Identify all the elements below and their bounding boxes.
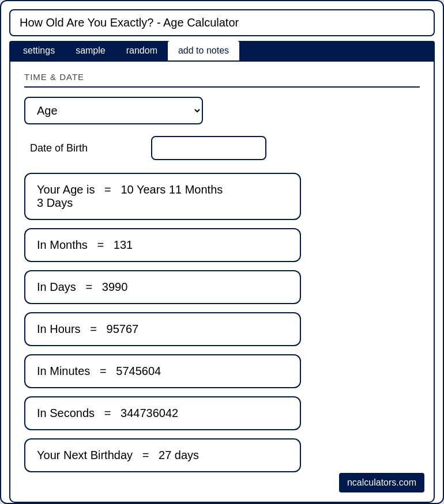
result-minutes: In Minutes = 5745604 <box>24 354 301 388</box>
dob-row: Date of Birth <box>24 136 420 160</box>
dob-input[interactable] <box>151 136 266 160</box>
nav-item-sample[interactable]: sample <box>65 41 116 60</box>
dob-label: Date of Birth <box>24 142 151 154</box>
page-title: How Old Are You Exactly? - Age Calculato… <box>20 16 239 29</box>
nav-item-settings[interactable]: settings <box>13 41 65 60</box>
result-seconds: In Seconds = 344736042 <box>24 396 301 430</box>
result-days: In Days = 3990 <box>24 270 301 304</box>
result-age: Your Age is = 10 Years 11 Months3 Days <box>24 173 301 220</box>
main-content: TIME & DATE Age Date of Birth Your Age i… <box>9 60 435 503</box>
result-next-birthday-label: Your Next Birthday = 27 days <box>37 449 199 461</box>
nav-item-random[interactable]: random <box>116 41 168 60</box>
result-hours: In Hours = 95767 <box>24 312 301 346</box>
result-months-label: In Months = 131 <box>37 238 133 251</box>
result-hours-label: In Hours = 95767 <box>37 323 138 335</box>
result-months: In Months = 131 <box>24 228 301 262</box>
title-bar: How Old Are You Exactly? - Age Calculato… <box>9 9 435 36</box>
nav-item-add-to-notes[interactable]: add to notes <box>168 41 239 60</box>
result-age-label: Your Age is = 10 Years 11 Months3 Days <box>37 183 223 209</box>
branding: ncalculators.com <box>339 473 424 492</box>
calculator-container: How Old Are You Exactly? - Age Calculato… <box>0 0 444 504</box>
result-seconds-label: In Seconds = 344736042 <box>37 407 178 419</box>
nav-bar: settings sample random add to notes <box>9 41 435 60</box>
result-next-birthday: Your Next Birthday = 27 days <box>24 438 301 472</box>
result-days-label: In Days = 3990 <box>37 281 127 293</box>
result-minutes-label: In Minutes = 5745604 <box>37 365 161 377</box>
calculator-type-dropdown[interactable]: Age <box>24 97 203 124</box>
section-label: TIME & DATE <box>24 72 420 88</box>
